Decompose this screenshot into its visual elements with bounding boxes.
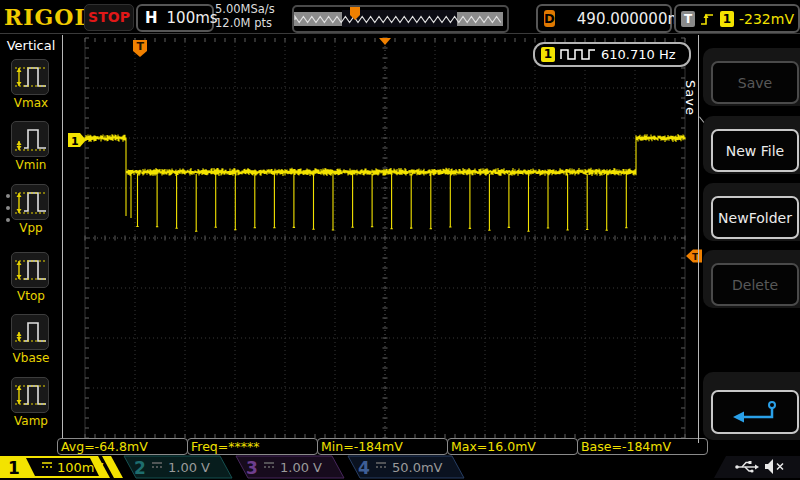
sidebar-item-label: Vamp [11,414,51,428]
hardware-frequency-counter: 1 610.710 Hz [533,42,691,67]
channel-scale: 100mV [57,460,103,475]
page-indicator-dot [6,206,10,210]
channel-number: 2 [134,458,146,478]
channel-scale: 1.00 V [168,460,210,475]
rising-edge-icon [700,11,715,27]
trigger-level-marker [686,250,702,263]
trigger-source-badge: 1 [720,11,734,27]
right-menu-separator [698,35,699,443]
acquisition-info: 5.00MSa/s 12.0M pts [215,3,275,30]
delete-button[interactable]: Delete [711,263,799,306]
channel-tab-4[interactable]: 4 50.0mV [348,456,464,478]
vmax-icon [11,59,49,95]
trigger-level-value: -232mV [739,11,794,27]
return-button[interactable] [711,390,799,434]
vtop-icon [11,252,49,288]
memory-depth: 12.0M pts [215,17,275,31]
sidebar-item-label: Vmin [11,158,51,172]
horizontal-label: H [145,9,158,27]
system-status-icons [714,456,800,478]
sidebar-item-label: Vpp [11,221,51,235]
brand-logo: RIGOL [4,4,91,30]
channel-tab-3[interactable]: 3 1.00 V [236,456,344,478]
sidebar-item-vmax[interactable]: Vmax [11,59,51,110]
horizontal-timebase-box[interactable]: H 100ms [136,4,214,32]
frequency-value: 610.710 Hz [601,47,676,62]
vbase-icon [11,314,49,350]
timebase-value: 100ms [167,9,218,27]
menu-tab-save: Save [682,80,698,116]
trigger-position-marker [133,40,147,57]
sidebar-item-vtop[interactable]: Vtop [11,252,51,303]
svg-text:1: 1 [71,135,79,148]
sidebar-item-label: Vtop [11,289,51,303]
menu-title-vertical: Vertical [0,38,62,53]
new-folder-button[interactable]: NewFolder [711,196,799,239]
sample-rate: 5.00MSa/s [215,3,275,17]
waveform-trace-ch1 [85,134,685,231]
sidebar-item-vmin[interactable]: Vmin [11,121,51,172]
channel-number: 1 [8,458,20,478]
trigger-delay-box[interactable]: D 490.000000ms [536,4,672,33]
sidebar-item-label: Vbase [11,351,51,365]
trigger-label: T [681,11,695,27]
page-indicator-dot [6,218,10,222]
sidebar-item-vpp[interactable]: Vpp [11,184,51,235]
ch1-level-marker [68,133,86,147]
channel-status-bar: 1 100mV 2 1.00 V 3 1.00 V [0,453,800,480]
memory-window-indicator [294,7,503,27]
trigger-status-box[interactable]: T 1 -232mV [674,4,800,33]
oscilloscope-screen: RIGOL STOP H 100ms 5.00MSa/s 12.0M pts D… [0,0,800,480]
sidebar-item-vamp[interactable]: Vamp [11,377,51,428]
waveform-display: 1TT [0,0,800,480]
delay-value: 490.000000ms [577,10,690,28]
svg-text:T: T [137,40,145,53]
square-wave-icon [560,48,596,61]
run-state-indicator: STOP [84,4,134,31]
vmin-icon [11,121,49,157]
trigger-markers: 1TT [68,38,702,263]
window-center-marker [379,38,391,45]
vpp-icon [11,184,49,220]
channel-number: 4 [358,458,370,478]
graticule [85,38,685,438]
sidebar-item-label: Vmax [11,96,51,110]
delay-icon: D [544,10,555,27]
horizontal-position-bar[interactable] [292,5,509,33]
channel-number: 3 [246,458,258,478]
channel-scale: 1.00 V [280,460,322,475]
top-status-bar: RIGOL STOP H 100ms 5.00MSa/s 12.0M pts D… [0,0,800,34]
left-menu-separator [62,35,63,449]
sidebar-item-vbase[interactable]: Vbase [11,314,51,365]
page-indicator-dot [6,194,10,198]
channel-scale: 50.0mV [392,460,443,475]
channel-tab-1[interactable]: 1 100mV [0,456,123,478]
vamp-icon [11,377,49,413]
channel-tab-2[interactable]: 2 1.00 V [124,456,232,478]
return-arrow-icon [725,398,785,426]
counter-source-badge: 1 [541,47,555,62]
new-file-button[interactable]: New File [711,129,799,172]
save-button[interactable]: Save [711,61,799,104]
